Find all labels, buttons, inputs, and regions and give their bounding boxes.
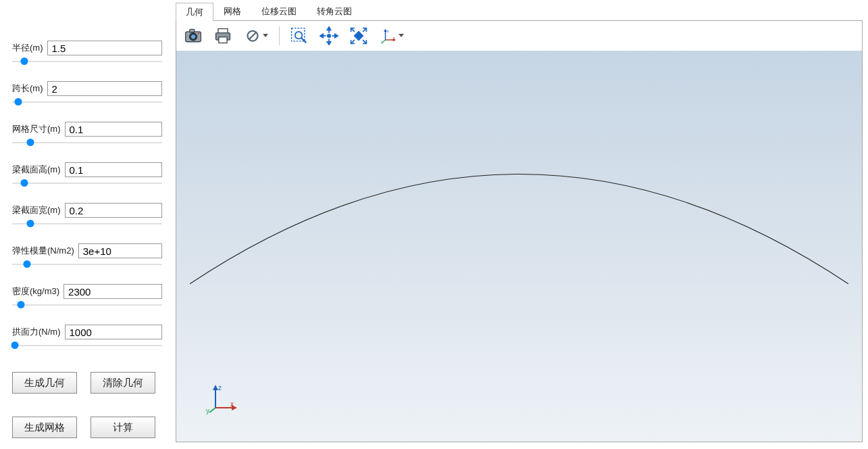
svg-point-3: [191, 34, 195, 39]
param-slider[interactable]: [12, 220, 162, 227]
generate-mesh-button[interactable]: 生成网格: [12, 417, 77, 438]
button-row-2: 生成网格 计算: [12, 417, 162, 438]
param-row-2: 网格尺寸(m): [12, 122, 162, 146]
param-slider[interactable]: [12, 99, 162, 105]
param-input[interactable]: [47, 41, 163, 55]
svg-line-13: [301, 38, 306, 43]
svg-rect-23: [354, 30, 364, 41]
tab-geometry[interactable]: 几何: [176, 3, 213, 21]
param-slider[interactable]: [12, 58, 162, 65]
param-row-4: 梁截面宽(m): [12, 203, 162, 227]
svg-line-40: [209, 408, 215, 412]
svg-marker-18: [327, 41, 330, 44]
right-panel: 几何网格位移云图转角云图: [173, 0, 868, 449]
param-label: 密度(kg/m3): [12, 285, 59, 298]
chevron-down-icon: [263, 34, 268, 37]
compute-button[interactable]: 计算: [91, 417, 155, 438]
param-input[interactable]: [63, 284, 162, 299]
svg-rect-1: [190, 29, 195, 32]
param-row-6: 密度(kg/m3): [12, 284, 162, 308]
tab-disp_contour[interactable]: 位移云图: [251, 2, 307, 20]
svg-marker-16: [327, 26, 330, 29]
param-input[interactable]: [65, 122, 163, 137]
svg-marker-22: [335, 34, 338, 37]
axis-x-label: x: [230, 400, 234, 408]
svg-point-4: [198, 32, 199, 34]
left-parameter-panel: 半径(m)跨长(m)网格尺寸(m)梁截面高(m)梁截面宽(m)弹性模量(N/m2…: [0, 0, 173, 449]
svg-rect-5: [218, 28, 228, 32]
svg-marker-37: [213, 385, 218, 390]
svg-text:y: y: [380, 39, 382, 43]
param-label: 半径(m): [12, 42, 43, 54]
param-row-5: 弹性模量(N/m2): [12, 243, 162, 268]
viewer-frame: z x y z x y: [176, 20, 863, 442]
camera-icon[interactable]: [182, 24, 205, 47]
param-slider[interactable]: [12, 139, 162, 146]
svg-text:z: z: [386, 28, 388, 32]
svg-rect-7: [219, 37, 227, 43]
axis-y-label: y: [206, 407, 209, 415]
view-tabs: 几何网格位移云图转角云图: [176, 3, 863, 20]
param-slider[interactable]: [12, 261, 162, 268]
geometry-arc: [176, 51, 862, 442]
svg-line-10: [249, 32, 256, 39]
param-row-7: 拱面力(N/m): [12, 325, 162, 349]
tab-rot_contour[interactable]: 转角云图: [307, 2, 362, 20]
param-row-3: 梁截面高(m): [12, 162, 162, 187]
orientation-axes-icon: z x y: [206, 382, 238, 415]
param-label: 梁截面高(m): [12, 164, 61, 176]
param-label: 跨长(m): [12, 82, 43, 95]
axes-icon[interactable]: z x y: [377, 24, 407, 47]
param-slider[interactable]: [12, 180, 162, 187]
button-row-1: 生成几何 清除几何: [12, 372, 162, 394]
axis-z-label: z: [218, 384, 222, 392]
param-label: 网格尺寸(m): [12, 123, 61, 135]
viewer-toolbar: z x y: [176, 21, 862, 51]
param-label: 弹性模量(N/m2): [12, 245, 74, 257]
param-input[interactable]: [47, 81, 163, 96]
pan-icon[interactable]: [317, 24, 340, 47]
viewport-canvas[interactable]: z x y: [176, 51, 862, 442]
param-row-1: 跨长(m): [12, 81, 162, 105]
tab-mesh[interactable]: 网格: [213, 2, 251, 20]
chevron-down-icon: [399, 34, 404, 37]
param-slider[interactable]: [12, 302, 162, 308]
param-label: 拱面力(N/m): [12, 326, 61, 338]
toolbar-separator: [279, 26, 280, 45]
no-symbol-icon[interactable]: [241, 24, 271, 47]
print-icon[interactable]: [211, 24, 234, 47]
svg-point-8: [227, 34, 228, 35]
svg-marker-20: [320, 34, 323, 37]
clear-geometry-button[interactable]: 清除几何: [91, 372, 155, 394]
svg-point-14: [327, 33, 331, 37]
param-input[interactable]: [65, 325, 163, 339]
param-input[interactable]: [65, 203, 163, 218]
param-slider[interactable]: [12, 342, 162, 349]
param-input[interactable]: [78, 243, 162, 258]
fit-view-icon[interactable]: [347, 24, 370, 47]
svg-text:x: x: [392, 35, 394, 39]
param-row-0: 半径(m): [12, 41, 162, 65]
param-input[interactable]: [65, 162, 163, 177]
generate-geometry-button[interactable]: 生成几何: [12, 372, 77, 394]
zoom-box-icon[interactable]: [288, 24, 311, 47]
param-label: 梁截面宽(m): [12, 204, 61, 216]
